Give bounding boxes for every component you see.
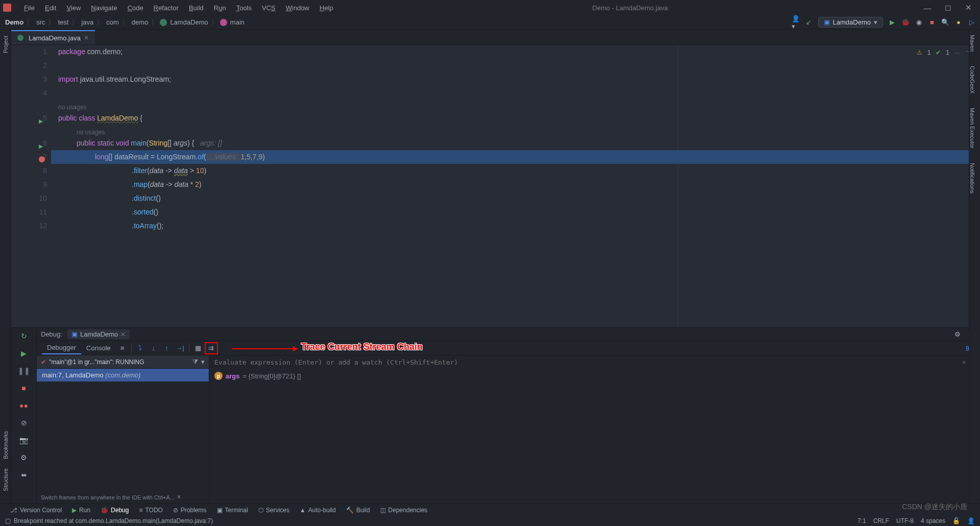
close-hint-icon[interactable]: ✕ xyxy=(177,494,181,500)
build-tab[interactable]: 🔨Build xyxy=(341,507,375,514)
menu-code[interactable]: Code xyxy=(122,2,149,14)
dependencies-tab[interactable]: ◫Dependencies xyxy=(375,507,433,514)
view-breakpoints-icon[interactable]: ●● xyxy=(19,400,29,411)
readonly-icon[interactable]: 🔓 xyxy=(952,517,960,524)
maven-exec-tool[interactable]: Maven Executor xyxy=(969,106,975,150)
menu-run[interactable]: Run xyxy=(209,2,231,14)
menu-edit[interactable]: Edit xyxy=(40,2,61,14)
menu-build[interactable]: Build xyxy=(184,2,209,14)
close-tab-icon[interactable]: ✕ xyxy=(84,34,89,41)
todo-tab[interactable]: ≡TODO xyxy=(134,507,167,514)
minimize-button[interactable]: — xyxy=(922,2,933,13)
menu-view[interactable]: View xyxy=(61,2,86,14)
filter-icon[interactable]: ⧩ xyxy=(192,358,198,366)
hammer-icon: ▲ xyxy=(300,507,306,514)
close-button[interactable]: ✕ xyxy=(963,2,974,13)
rerun-icon[interactable]: ↻ xyxy=(19,331,29,341)
maven-tool[interactable]: Maven xyxy=(969,33,975,54)
stack-frame[interactable]: main:7, LamdaDemo (com.demo) xyxy=(37,369,209,381)
crumb-test[interactable]: test xyxy=(57,18,69,26)
debug-sidebar: ↻ ▶ ❚❚ ■ ●● ⊘ 📷 ⚙ ⬌ xyxy=(11,328,37,504)
encoding[interactable]: UTF-8 xyxy=(896,517,914,524)
run-to-cursor-icon[interactable]: →| xyxy=(174,342,187,354)
left-tool-strip: Project Bookmarks Structure xyxy=(0,30,11,504)
pin-icon[interactable]: ⬌ xyxy=(19,470,29,480)
ai-icon[interactable]: ▷ xyxy=(968,18,976,27)
app-icon xyxy=(3,4,11,12)
resume-icon[interactable]: ▶ xyxy=(19,348,29,358)
stop-icon[interactable]: ■ xyxy=(19,383,29,393)
project-tool[interactable]: Project xyxy=(3,34,9,55)
run-config-selector[interactable]: ▣LamdaDemo▾ xyxy=(818,17,883,28)
close-icon[interactable]: ✕ xyxy=(120,331,126,338)
crumb-class[interactable]: LamdaDemo xyxy=(169,18,209,26)
camera-icon[interactable]: 📷 xyxy=(19,435,29,445)
inspection-widget[interactable]: ⚠1 ✔1 ︿ ﹀ xyxy=(917,48,972,57)
indent[interactable]: 4 spaces xyxy=(921,517,945,524)
menu-file[interactable]: File xyxy=(19,2,40,14)
menu-refactor[interactable]: Refactor xyxy=(149,2,184,14)
menu-window[interactable]: Window xyxy=(281,2,314,14)
console-tab[interactable]: Console xyxy=(81,342,116,354)
step-out-icon[interactable]: ↑ xyxy=(160,342,174,354)
menu-tools[interactable]: Tools xyxy=(231,2,257,14)
layout-icon[interactable]: ≡ xyxy=(116,342,129,354)
gear-icon[interactable]: ⚙ xyxy=(953,330,962,339)
terminal-icon: ▣ xyxy=(217,507,223,514)
crumb-method[interactable]: main xyxy=(229,18,246,26)
run-tab[interactable]: ▶Run xyxy=(67,507,95,514)
settings-icon[interactable]: ⚙ xyxy=(19,452,29,463)
notifications-tool[interactable]: Notifications xyxy=(969,161,975,196)
menu-vcs[interactable]: VCS xyxy=(257,2,281,14)
problems-tab[interactable]: ⊘Problems xyxy=(168,507,212,514)
debug-tab[interactable]: 🐞Debug xyxy=(95,507,134,514)
gutter[interactable]: 1 2 3 4 5▶ 6▶ 7 8 9 10 11 12 xyxy=(11,45,51,327)
stop-button[interactable]: ■ xyxy=(928,18,936,27)
crumb-src[interactable]: src xyxy=(35,18,46,26)
chevron-up-icon[interactable]: ︿ xyxy=(954,48,961,57)
trace-stream-chain-icon[interactable]: ⇉ xyxy=(205,342,218,354)
coverage-button[interactable]: ◉ xyxy=(915,18,923,27)
line-separator[interactable]: CRLF xyxy=(873,517,889,524)
services-tab[interactable]: ⬡Services xyxy=(253,507,295,514)
crumb-com[interactable]: com xyxy=(105,18,120,26)
mute-breakpoints-icon[interactable]: ⊘ xyxy=(19,418,29,428)
search-icon[interactable]: 🔍 xyxy=(941,18,949,27)
evaluate-input[interactable] xyxy=(214,358,957,366)
usages-hint[interactable]: no usages xyxy=(77,129,105,136)
thread-selector[interactable]: ✔ "main"@1 in gr..."main": RUNNING ⧩ ▾ xyxy=(37,355,209,369)
user-icon[interactable]: 👤▾ xyxy=(792,18,800,27)
code-editor[interactable]: 1 2 3 4 5▶ 6▶ 7 8 9 10 11 12 package com… xyxy=(11,45,980,327)
svg-marker-1 xyxy=(293,346,298,351)
add-watch-icon[interactable]: ＋ xyxy=(961,357,967,367)
autobuild-tab[interactable]: ▲Auto-build xyxy=(295,507,341,514)
file-tab[interactable]: LamdaDemo.java ✕ xyxy=(11,30,95,44)
class-icon xyxy=(17,35,23,41)
crumb-java[interactable]: java xyxy=(80,18,94,26)
crumb-demo[interactable]: demo xyxy=(131,18,150,26)
dropdown-icon[interactable]: ▾ xyxy=(201,358,205,366)
run-button[interactable]: ▶ xyxy=(888,18,896,27)
debugger-tab[interactable]: Debugger xyxy=(42,342,81,354)
maximize-button[interactable]: ◻ xyxy=(942,2,953,13)
step-over-icon[interactable]: ⤵ xyxy=(134,342,147,354)
terminal-tab[interactable]: ▣Terminal xyxy=(212,507,253,514)
structure-tool[interactable]: Structure xyxy=(3,466,9,493)
debug-config-tab[interactable]: ▣LamdaDemo ✕ xyxy=(67,329,130,339)
build-icon[interactable]: ↙ xyxy=(805,18,813,27)
pause-icon[interactable]: ❚❚ xyxy=(19,366,29,376)
profile-icon[interactable]: 👤 xyxy=(967,517,975,524)
avatar-icon[interactable]: ● xyxy=(954,18,963,27)
menu-navigate[interactable]: Navigate xyxy=(86,2,122,14)
caret-position[interactable]: 7:1 xyxy=(857,517,866,524)
debug-button[interactable]: 🐞 xyxy=(901,18,910,27)
crumb-project[interactable]: Demo xyxy=(4,18,24,26)
version-control-tab[interactable]: ⎇Version Control xyxy=(5,507,67,514)
codegeex-tool[interactable]: CodeGeeX xyxy=(969,64,975,95)
bookmarks-tool[interactable]: Bookmarks xyxy=(3,429,9,461)
menu-help[interactable]: Help xyxy=(314,2,338,14)
evaluate-icon[interactable]: ▦ xyxy=(191,342,205,354)
variable-row[interactable]: p args = {String[0]@721} [] xyxy=(209,369,980,383)
usages-hint[interactable]: no usages xyxy=(58,104,86,111)
step-into-icon[interactable]: ↓ xyxy=(147,342,160,354)
